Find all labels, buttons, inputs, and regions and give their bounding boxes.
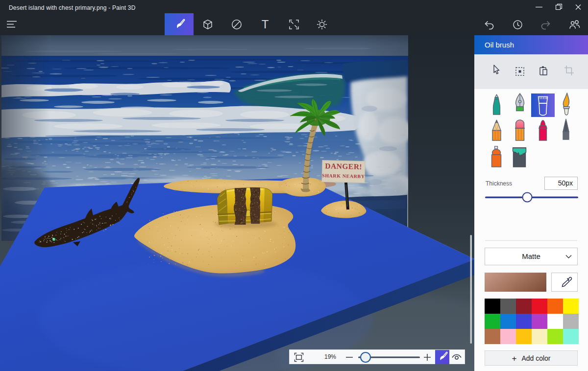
svg-text:T: T [262, 18, 269, 31]
svg-text:DANGER!: DANGER! [325, 162, 362, 171]
svg-text:SHARK NEARBY: SHARK NEARBY [322, 173, 365, 179]
